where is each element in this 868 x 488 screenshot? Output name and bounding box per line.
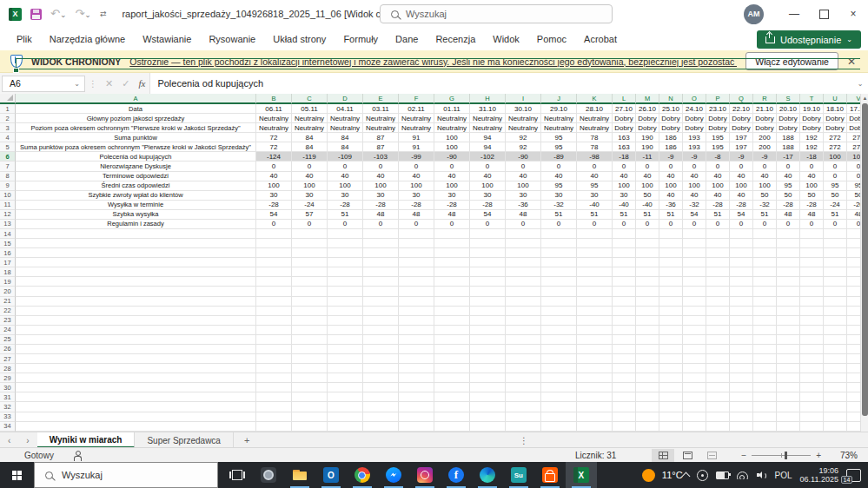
chevron-down-icon[interactable]: ⌄ [74,80,80,88]
taskbar-search-box[interactable]: Wyszukaj [34,462,218,488]
row-header-10[interactable]: 10 [0,191,16,201]
cell-J30[interactable] [541,383,577,392]
cell-L11[interactable]: -40 [613,201,636,210]
cell-N2[interactable]: Dobry [659,114,683,123]
cell-S7[interactable]: 0 [777,162,800,171]
cell-C31[interactable] [292,392,328,402]
cell-E31[interactable] [363,392,399,402]
cell-P17[interactable] [706,258,730,267]
cell-U27[interactable] [824,354,847,364]
cell-N19[interactable] [659,277,683,287]
battery-icon[interactable] [716,472,729,479]
cell-I20[interactable] [506,287,541,296]
cell-B23[interactable] [256,316,292,326]
row-header-3[interactable]: 3 [0,123,16,133]
cell-V23[interactable] [847,316,860,326]
cell-E16[interactable] [363,248,399,258]
cell-N18[interactable] [659,267,683,277]
cell-J12[interactable]: 51 [541,210,577,220]
cell-D1[interactable]: 04.11 [328,104,363,114]
cell-F31[interactable] [399,392,434,402]
cell-V32[interactable] [847,402,860,412]
cell-A16[interactable] [16,248,256,258]
cell-F34[interactable] [399,422,434,432]
cell-V6[interactable]: 100 [847,152,860,162]
cell-D16[interactable] [328,248,363,258]
cell-R12[interactable]: 51 [753,210,777,220]
notification-center-icon[interactable]: 14 [846,469,861,482]
cell-U11[interactable]: -24 [824,201,847,210]
minimize-button[interactable]: — [779,0,809,28]
cell-K19[interactable] [577,277,613,287]
cell-H5[interactable]: 94 [470,142,506,152]
cell-V28[interactable] [847,364,860,373]
cell-H31[interactable] [470,392,506,402]
cell-F20[interactable] [399,287,434,296]
cell-P4[interactable]: 195 [706,133,730,142]
cell-F9[interactable]: 100 [399,181,434,191]
cell-O4[interactable]: 193 [683,133,706,142]
cell-B27[interactable] [256,354,292,364]
cell-P25[interactable] [706,335,730,345]
cell-F6[interactable]: -99 [399,152,434,162]
cell-U1[interactable]: 18.10 [824,104,847,114]
cell-Q26[interactable] [730,345,753,354]
cell-O15[interactable] [683,239,706,248]
row-header-1[interactable]: 1 [0,104,16,114]
cell-R20[interactable] [753,287,777,296]
cell-J20[interactable] [541,287,577,296]
cell-N23[interactable] [659,316,683,326]
cell-G32[interactable] [434,402,470,412]
cell-T18[interactable] [800,267,824,277]
cell-L33[interactable] [613,412,636,422]
cell-O21[interactable] [683,297,706,307]
cell-B11[interactable]: -28 [256,201,292,210]
row-header-13[interactable]: 13 [0,220,16,229]
cell-D18[interactable] [328,267,363,277]
cell-P12[interactable]: 51 [706,210,730,220]
cell-O23[interactable] [683,316,706,326]
cell-J13[interactable]: 0 [541,220,577,229]
cell-V15[interactable] [847,239,860,248]
cell-T16[interactable] [800,248,824,258]
cell-N15[interactable] [659,239,683,248]
enable-editing-button[interactable]: Włącz edytowanie [745,52,838,70]
zoom-in-icon[interactable]: + [816,451,821,460]
cell-E17[interactable] [363,258,399,267]
cell-C17[interactable] [292,258,328,267]
cell-S31[interactable] [777,392,800,402]
cell-L2[interactable]: Dobry [613,114,636,123]
cell-N34[interactable] [659,422,683,432]
zoom-percentage[interactable]: 73% [828,451,868,460]
cell-B5[interactable]: 72 [256,142,292,152]
cell-J25[interactable] [541,335,577,345]
cell-A29[interactable] [16,373,256,383]
cell-M12[interactable]: 51 [636,210,659,220]
cell-F3[interactable]: Neutralny [399,123,434,133]
cell-L17[interactable] [613,258,636,267]
redo-icon[interactable]: ↷⌄ [75,8,90,21]
cell-H32[interactable] [470,402,506,412]
cell-J7[interactable]: 0 [541,162,577,171]
cell-H21[interactable] [470,297,506,307]
edge-taskbar-button[interactable] [472,462,503,488]
cell-D19[interactable] [328,277,363,287]
sheet-prev-icon[interactable]: ‹ [0,436,18,445]
cell-P30[interactable] [706,383,730,392]
cell-I6[interactable]: -90 [506,152,541,162]
cell-G5[interactable]: 100 [434,142,470,152]
cell-T4[interactable]: 192 [800,133,824,142]
tab-plik[interactable]: Plik [9,30,40,48]
cell-S32[interactable] [777,402,800,412]
cell-I22[interactable] [506,307,541,316]
cell-G19[interactable] [434,277,470,287]
column-header-T[interactable]: T [800,94,824,104]
cell-D2[interactable]: Neutralny [328,114,363,123]
row-header-27[interactable]: 27 [0,354,16,364]
cell-S27[interactable] [777,354,800,364]
cell-S18[interactable] [777,267,800,277]
cell-M19[interactable] [636,277,659,287]
cell-P1[interactable]: 23.10 [706,104,730,114]
cell-A9[interactable]: Średni czas odpowiedzi [16,181,256,191]
cell-H10[interactable]: 30 [470,191,506,201]
